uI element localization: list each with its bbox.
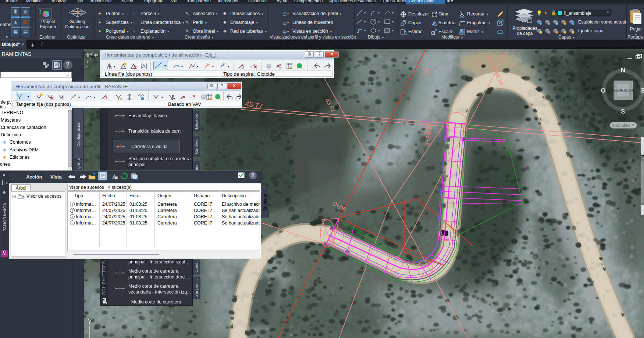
svg-text:6°: 6° [223,63,226,66]
svg-text:⌂↵: ⌂↵ [83,65,88,69]
svg-text:O: O [601,87,605,94]
svg-text:N: N [621,66,625,73]
svg-text:S: S [621,108,625,115]
svg-text:E: E [641,87,644,94]
svg-text:S-nombre: S-nombre [612,123,630,127]
svg-text:SUPERIOR: SUPERIOR [613,88,633,93]
svg-text:[−][Supe: [−][Supe [83,52,100,57]
svg-text:⚏⌖: ⚏⌖ [83,60,89,64]
